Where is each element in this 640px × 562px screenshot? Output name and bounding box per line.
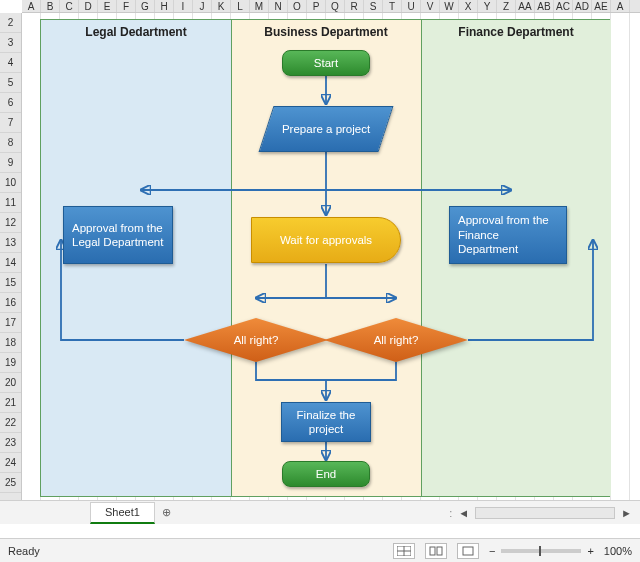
row-header[interactable]: 6 xyxy=(0,93,21,113)
row-header[interactable]: 9 xyxy=(0,153,21,173)
col-header[interactable]: A xyxy=(22,0,41,12)
col-header[interactable]: AA xyxy=(516,0,535,12)
row-header[interactable]: 17 xyxy=(0,313,21,333)
grid-icon xyxy=(397,546,411,556)
row-header[interactable]: 25 xyxy=(0,473,21,493)
lane-separator xyxy=(421,20,422,496)
lane-finance-title: Finance Department xyxy=(421,20,611,39)
svg-rect-11 xyxy=(430,547,435,555)
worksheet-grid[interactable]: Legal Dedartment Business Department Fin… xyxy=(22,13,640,500)
zoom-out-button[interactable]: − xyxy=(489,545,495,557)
col-header[interactable]: P xyxy=(307,0,326,12)
zoom-in-button[interactable]: + xyxy=(587,545,593,557)
row-header[interactable]: 13 xyxy=(0,233,21,253)
row-header[interactable]: 5 xyxy=(0,73,21,93)
shape-approval-legal-label: Approval from the Legal Department xyxy=(72,221,168,250)
row-header[interactable]: 24 xyxy=(0,453,21,473)
status-text: Ready xyxy=(8,545,40,557)
shape-wait-label: Wait for approvals xyxy=(280,233,372,247)
row-header[interactable]: 23 xyxy=(0,433,21,453)
col-header[interactable]: B xyxy=(41,0,60,12)
row-header[interactable]: 14 xyxy=(0,253,21,273)
col-header[interactable]: W xyxy=(440,0,459,12)
col-header[interactable]: I xyxy=(174,0,193,12)
page-layout-icon xyxy=(429,546,443,556)
svg-rect-13 xyxy=(463,547,473,555)
zoom-level[interactable]: 100% xyxy=(604,545,632,557)
horizontal-scrollbar[interactable] xyxy=(475,507,615,519)
col-header[interactable]: D xyxy=(79,0,98,12)
col-header[interactable]: O xyxy=(288,0,307,12)
shape-end-label: End xyxy=(316,467,336,481)
col-header[interactable]: N xyxy=(269,0,288,12)
add-sheet-button[interactable]: ⊕ xyxy=(155,502,179,524)
col-header[interactable]: K xyxy=(212,0,231,12)
col-header[interactable]: M xyxy=(250,0,269,12)
col-header[interactable]: F xyxy=(117,0,136,12)
view-page-layout-button[interactable] xyxy=(425,543,447,559)
shape-start[interactable]: Start xyxy=(282,50,370,76)
scroll-right-button[interactable]: ► xyxy=(621,507,632,519)
row-header[interactable]: 16 xyxy=(0,293,21,313)
col-header[interactable]: Z xyxy=(497,0,516,12)
shape-prepare-label: Prepare a project xyxy=(282,122,370,136)
shape-approval-legal[interactable]: Approval from the Legal Department xyxy=(63,206,173,264)
col-header[interactable]: Y xyxy=(478,0,497,12)
row-header[interactable]: 15 xyxy=(0,273,21,293)
col-header[interactable]: AB xyxy=(535,0,554,12)
shape-approval-finance[interactable]: Approval from the Finance Department xyxy=(449,206,567,264)
view-page-break-button[interactable] xyxy=(457,543,479,559)
shape-decision-left-label: All right? xyxy=(184,318,328,362)
col-header[interactable]: L xyxy=(231,0,250,12)
shape-decision-left[interactable]: All right? xyxy=(184,318,328,362)
shape-decision-right[interactable]: All right? xyxy=(324,318,468,362)
row-header[interactable]: 19 xyxy=(0,353,21,373)
col-header[interactable]: X xyxy=(459,0,478,12)
row-header[interactable]: 7 xyxy=(0,113,21,133)
row-header[interactable]: 8 xyxy=(0,133,21,153)
col-header[interactable]: T xyxy=(383,0,402,12)
col-header[interactable]: U xyxy=(402,0,421,12)
row-header[interactable]: 20 xyxy=(0,373,21,393)
shape-wait[interactable]: Wait for approvals xyxy=(251,217,401,263)
shape-start-label: Start xyxy=(314,56,338,70)
col-header[interactable]: J xyxy=(193,0,212,12)
col-header[interactable]: AE xyxy=(592,0,611,12)
col-header[interactable]: Q xyxy=(326,0,345,12)
row-header[interactable]: 21 xyxy=(0,393,21,413)
zoom-track[interactable] xyxy=(501,549,581,553)
scroll-left-button[interactable]: ◄ xyxy=(458,507,469,519)
col-header[interactable]: S xyxy=(364,0,383,12)
shape-prepare[interactable]: Prepare a project xyxy=(259,106,394,152)
row-header[interactable]: 11 xyxy=(0,193,21,213)
row-header[interactable]: 12 xyxy=(0,213,21,233)
row-headers: 2345678910111213141516171819202122232425 xyxy=(0,13,22,500)
col-header[interactable]: AD xyxy=(573,0,592,12)
scroll-sep: : xyxy=(449,507,452,519)
col-header[interactable]: A xyxy=(611,0,630,12)
shape-end[interactable]: End xyxy=(282,461,370,487)
col-header[interactable]: V xyxy=(421,0,440,12)
col-header[interactable]: H xyxy=(155,0,174,12)
zoom-slider[interactable]: − + xyxy=(489,545,594,557)
col-header[interactable]: R xyxy=(345,0,364,12)
col-header[interactable]: C xyxy=(60,0,79,12)
row-header[interactable]: 22 xyxy=(0,413,21,433)
row-header[interactable]: 18 xyxy=(0,333,21,353)
row-header[interactable]: 10 xyxy=(0,173,21,193)
sheet-tab-1[interactable]: Sheet1 xyxy=(90,502,155,524)
svg-rect-12 xyxy=(437,547,442,555)
col-header[interactable]: G xyxy=(136,0,155,12)
shape-finalize[interactable]: Finalize the project xyxy=(281,402,371,442)
view-normal-button[interactable] xyxy=(393,543,415,559)
lane-separator xyxy=(231,20,232,496)
col-header[interactable]: E xyxy=(98,0,117,12)
row-header[interactable]: 3 xyxy=(0,33,21,53)
status-bar: Ready − + 100% xyxy=(0,538,640,562)
row-header[interactable]: 4 xyxy=(0,53,21,73)
lane-business-title: Business Department xyxy=(231,20,421,39)
plus-icon: ⊕ xyxy=(162,506,171,519)
col-header[interactable]: AC xyxy=(554,0,573,12)
row-header[interactable]: 2 xyxy=(0,13,21,33)
page-break-icon xyxy=(461,546,475,556)
